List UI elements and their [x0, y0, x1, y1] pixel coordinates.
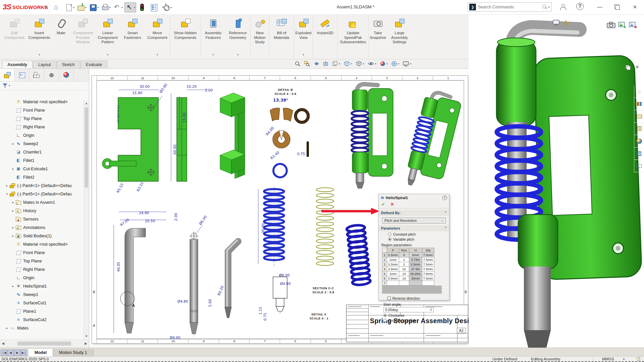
dropdown-caret-icon[interactable]: ▾: [212, 53, 214, 56]
region-parameter-row[interactable]: 42.5mm1227.5m7.5mm: [382, 267, 434, 272]
tree-item[interactable]: Plane1: [0, 307, 84, 315]
tree-item[interactable]: Chamfer1: [0, 148, 84, 156]
expand-arrow-icon[interactable]: [11, 234, 15, 238]
dropdown-caret-icon[interactable]: ▾: [85, 6, 87, 9]
filter-funnel-icon[interactable]: [3, 83, 7, 88]
quick-toolbar-button[interactable]: ▾: [161, 3, 172, 12]
start-angle-input[interactable]: 0.00deg ▲▼: [383, 307, 434, 312]
tree-item[interactable]: ↻ History: [0, 206, 84, 215]
expand-arrow-icon[interactable]: [5, 184, 9, 187]
tree-item[interactable]: Top Plane: [0, 257, 84, 265]
tree-item[interactable]: A Annotations: [0, 223, 84, 232]
appearances-icon[interactable]: [634, 135, 644, 147]
radio-selected-icon[interactable]: [388, 238, 391, 241]
tree-item[interactable]: Fillet1: [0, 156, 84, 165]
tree-item[interactable]: Helix/Spiral1: [0, 282, 84, 290]
checkbox-icon[interactable]: [387, 297, 391, 300]
tree-item[interactable]: Sweep1: [0, 290, 84, 299]
scroll-left-icon[interactable]: ◀: [0, 342, 6, 345]
tree-horizontal-scrollbar[interactable]: ◀ ▶: [0, 340, 89, 347]
dropdown-caret-icon[interactable]: ▾: [107, 53, 108, 56]
tree-item[interactable]: ∥ Mates in Assem1: [0, 198, 84, 206]
add-picture-icon[interactable]: [618, 21, 626, 29]
variable-pitch-option[interactable]: Variable pitch: [388, 237, 449, 241]
tree-item[interactable]: Front Plane: [0, 106, 84, 114]
search-dropdown-caret-icon[interactable]: ▾: [548, 5, 550, 9]
expand-arrow-icon[interactable]: [11, 209, 15, 213]
quick-toolbar-button[interactable]: ▾: [76, 3, 87, 12]
search-icon[interactable]: [542, 4, 547, 10]
view-orientation-icon[interactable]: ▾: [343, 60, 353, 67]
ribbon-button[interactable]: Show Hidden Components ▾: [170, 16, 201, 58]
defined-by-section[interactable]: Defined By: ⌃: [379, 210, 449, 216]
tree-item[interactable]: Cut-Extrude1: [0, 165, 84, 173]
feature-manager-tab-icon[interactable]: [0, 69, 15, 81]
region-parameter-row[interactable]: 7: [382, 281, 434, 286]
tree-item[interactable]: Origin: [0, 131, 84, 139]
view-settings-icon[interactable]: ▾: [402, 60, 412, 67]
ribbon-button[interactable]: Mate ▾: [52, 16, 70, 58]
units-caret-icon[interactable]: ▲: [623, 357, 625, 360]
scroll-right-icon[interactable]: ▶: [83, 342, 89, 345]
minimize-button[interactable]: —: [595, 3, 604, 11]
3d-drawing-view-icon[interactable]: ▾: [331, 60, 341, 67]
tree-item[interactable]: Origin: [0, 274, 84, 282]
apply-scene-icon[interactable]: ▾: [390, 60, 400, 67]
file-explorer-icon[interactable]: [634, 110, 644, 123]
ribbon-button[interactable]: Take Snapshot ▾: [368, 16, 387, 58]
expand-arrow-icon[interactable]: [11, 226, 15, 229]
expand-arrow-icon[interactable]: [5, 326, 9, 330]
tree-item[interactable]: (-) Part5<1> (Default<<Defau: [0, 190, 84, 198]
quick-toolbar-button[interactable]: ▾: [100, 3, 111, 12]
monitor-icon[interactable]: [552, 19, 560, 27]
region-parameter-row[interactable]: 60.5mm1430mm7.5mm: [382, 276, 434, 281]
expand-arrow-icon[interactable]: [11, 142, 15, 145]
expand-arrow-icon[interactable]: [5, 192, 9, 196]
panel-help-icon[interactable]: ?: [442, 195, 447, 200]
tree-item[interactable]: SurfaceCut2: [0, 315, 84, 324]
parameters-section[interactable]: Parameters ⌃: [379, 225, 449, 231]
ribbon-button[interactable]: Insert Components ▾: [27, 16, 52, 58]
tree-item[interactable]: Sweep2: [0, 139, 84, 148]
model-3d-viewport[interactable]: ✕ ⌂: [469, 15, 644, 348]
dropdown-caret-icon[interactable]: ▾: [121, 6, 123, 9]
spinner-icon[interactable]: ▲▼: [430, 308, 432, 311]
radio-icon[interactable]: [388, 233, 391, 236]
ribbon-button[interactable]: Instant3D ▾: [313, 16, 337, 58]
dropdown-chevron-icon[interactable]: ⌄: [441, 219, 443, 222]
dropdown-caret-icon[interactable]: ▾: [97, 6, 99, 9]
display-manager-tab-icon[interactable]: [59, 69, 74, 81]
design-library-icon[interactable]: [634, 98, 644, 110]
cancel-x-icon[interactable]: ✕: [390, 202, 394, 207]
ribbon-button[interactable]: Component Preview Window ▾: [70, 16, 95, 58]
radio-selected-icon[interactable]: [383, 314, 387, 317]
region-parameter-row[interactable]: 21mm10.75m7.5mm: [382, 257, 434, 262]
command-tab[interactable]: Layout: [33, 61, 56, 68]
quick-toolbar-button[interactable]: ▾: [64, 3, 75, 12]
expand-arrow-icon[interactable]: [11, 167, 15, 171]
prev-tab-icon[interactable]: ◀: [7, 350, 14, 356]
quick-toolbar-button[interactable]: ▾: [112, 3, 123, 12]
login-user-icon[interactable]: [559, 3, 568, 11]
tree-item[interactable]: SurfaceCut1: [0, 299, 84, 307]
remove-picture-icon[interactable]: [629, 21, 637, 29]
ribbon-button[interactable]: Assembly Features ▾: [201, 16, 225, 58]
dropdown-caret-icon[interactable]: ▾: [73, 6, 74, 9]
region-parameters-table[interactable]: P Rev H Dia 10.5mm00mm7.5mm 21mm10.75m7.…: [382, 248, 434, 286]
home-icon[interactable]: ⌂: [634, 85, 644, 98]
quick-toolbar-button[interactable]: ▾: [149, 3, 160, 12]
tree-item[interactable]: Right Plane: [0, 265, 84, 274]
ribbon-button[interactable]: Move Component ▾: [145, 16, 170, 58]
last-tab-icon[interactable]: ▶❘: [21, 350, 27, 356]
tree-item[interactable]: Material <not specified>: [0, 98, 84, 106]
quick-toolbar-button[interactable]: ▾: [137, 3, 148, 12]
quick-toolbar-button[interactable]: ▾: [88, 3, 99, 12]
dropdown-caret-icon[interactable]: ▾: [237, 53, 238, 56]
zoom-area-icon[interactable]: [303, 60, 311, 67]
ribbon-button[interactable]: Edit Component ▾: [2, 16, 27, 58]
region-parameter-row[interactable]: 10.5mm00mm7.5mm: [382, 253, 434, 257]
ribbon-button[interactable]: Update SpeedPak Subassemblies ▾: [337, 16, 368, 58]
expand-arrow-icon[interactable]: [11, 284, 15, 288]
zoom-fit-icon[interactable]: [294, 60, 301, 67]
tree-item[interactable]: (-) Part4<1> (Default<<Defau: [0, 181, 84, 190]
